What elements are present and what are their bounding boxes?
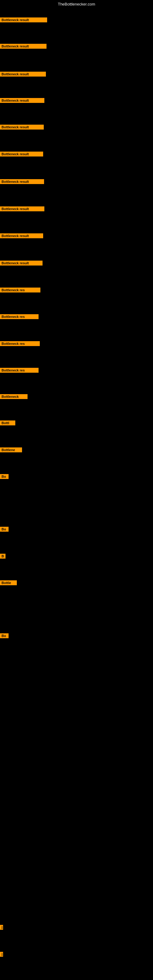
- bottleneck-badge-b10[interactable]: Bottleneck result: [0, 261, 43, 266]
- bottleneck-badge-b6[interactable]: Bottleneck result: [0, 151, 43, 156]
- bottleneck-badge-b4[interactable]: Bottleneck result: [0, 98, 45, 103]
- bottleneck-badge-b21[interactable]: Bottle: [0, 580, 17, 585]
- bottleneck-badge-b7[interactable]: Bottleneck result: [0, 179, 44, 184]
- bottleneck-badge-b5[interactable]: Bottleneck result: [0, 125, 44, 130]
- bottleneck-badge-b23[interactable]: |: [0, 925, 3, 930]
- bottleneck-badge-b16[interactable]: Bottl: [0, 420, 15, 425]
- bottleneck-badge-b22[interactable]: Bo: [0, 633, 9, 638]
- bottleneck-badge-b11[interactable]: Bottleneck res: [0, 288, 40, 293]
- bottleneck-badge-b19[interactable]: Bo: [0, 527, 9, 531]
- bottleneck-badge-b13[interactable]: Bottleneck res: [0, 341, 40, 346]
- bottleneck-badge-b8[interactable]: Bottleneck result: [0, 207, 45, 211]
- bottleneck-badge-b9[interactable]: Bottleneck result: [0, 233, 43, 238]
- bottleneck-badge-b3[interactable]: Bottleneck result: [0, 72, 46, 76]
- bottleneck-badge-b24[interactable]: |: [0, 952, 3, 957]
- bottleneck-badge-b2[interactable]: Bottleneck result: [0, 44, 46, 49]
- bottleneck-badge-b20[interactable]: B: [0, 554, 5, 558]
- bottleneck-badge-b14[interactable]: Bottleneck res: [0, 368, 38, 373]
- site-title: TheBottlenecker.com: [0, 2, 153, 6]
- bottleneck-badge-b15[interactable]: Bottleneck: [0, 394, 27, 399]
- bottleneck-badge-b1[interactable]: Bottleneck result: [0, 18, 47, 22]
- bottleneck-badge-b18[interactable]: Bo: [0, 474, 9, 479]
- bottleneck-badge-b12[interactable]: Bottleneck res: [0, 314, 38, 319]
- bottleneck-badge-b17[interactable]: Bottlene: [0, 447, 22, 452]
